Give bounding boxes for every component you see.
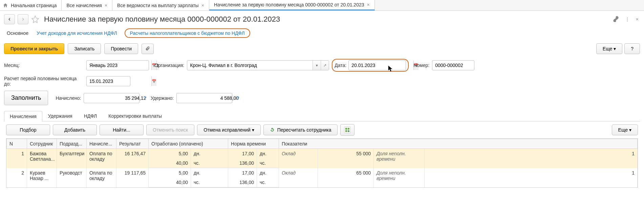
form-row-half: Расчет первой половины месяца до: 📅 (0, 74, 644, 89)
chevron-down-icon[interactable]: ▾ (313, 61, 321, 70)
org-label: Организация: (154, 63, 184, 68)
tab-deductions[interactable]: Удержания (42, 111, 78, 121)
tab-home[interactable]: Начальная страница (0, 0, 62, 10)
cell-calculation: Оплата по окладу (87, 149, 116, 168)
withheld-value (177, 93, 242, 103)
cell-worked-hours: 40,00 (149, 158, 191, 168)
svg-rect-2 (345, 130, 347, 132)
grid-columns-button[interactable]: + (340, 124, 355, 136)
cell-norm-hours: 136,00 (228, 158, 257, 168)
window-close-icon[interactable]: × (635, 15, 640, 23)
nav-forward-button[interactable] (18, 14, 28, 24)
tab-home-label: Начальная страница (11, 3, 57, 8)
page-title: Начисление за первую половину месяца 000… (44, 15, 280, 24)
favorite-star-icon[interactable] (31, 15, 39, 23)
tab-all-accruals[interactable]: Все начисления × (62, 0, 112, 10)
tab-accruals[interactable]: Начисления (4, 111, 42, 121)
fill-button[interactable]: Заполнить (4, 91, 48, 105)
date-field[interactable]: 📅 (348, 60, 406, 70)
cell-indicator2-value: 1 (425, 168, 638, 187)
chevron-down-icon: ▾ (252, 127, 254, 133)
cell-result: 16 176,47 (116, 149, 149, 168)
subnav-income-ndfl[interactable]: Учет доходов для исчисления НДФЛ (36, 29, 117, 37)
cell-norm-hours: 136,00 (228, 178, 257, 187)
close-icon[interactable]: × (367, 2, 370, 7)
org-input[interactable] (187, 61, 313, 70)
tab-corrections[interactable]: Корректировки выплаты (103, 111, 168, 121)
cell-norm-days: 17,00 (228, 149, 257, 159)
calendar-icon[interactable]: 📅 (151, 76, 156, 86)
col-calculation[interactable]: Начисле... (87, 139, 116, 149)
table-row[interactable]: 1Бажова Светлана...БухгалтериОплата по о… (7, 149, 638, 159)
month-input[interactable] (87, 61, 151, 70)
date-input[interactable] (349, 61, 413, 70)
col-indicators[interactable]: Показатели (279, 139, 638, 149)
col-employee[interactable]: Сотрудник (27, 139, 57, 149)
attachment-button[interactable] (142, 44, 154, 54)
cell-employee: Кураев Назар ... (27, 168, 57, 187)
half-month-input[interactable] (87, 76, 151, 86)
number-field[interactable] (432, 60, 474, 70)
org-field[interactable]: ▾ ↗ (187, 60, 329, 70)
accruals-grid: N Сотрудник Подразд... Начисле... Резуль… (6, 138, 638, 188)
grid-toolbar: Подбор Добавить Найти... Отменить поиск … (0, 121, 644, 138)
post-button[interactable]: Провести (104, 43, 138, 54)
find-button[interactable]: Найти... (100, 124, 144, 135)
link-icon[interactable] (611, 15, 620, 24)
accrued-help-icon[interactable]: ? (142, 95, 148, 101)
tab-ndfl[interactable]: НДФЛ (78, 111, 103, 121)
form-row-totals: Заполнить Начислено: ? Удержано: ? (0, 89, 644, 108)
grid-header: N Сотрудник Подразд... Начисле... Резуль… (7, 139, 638, 149)
table-row[interactable]: 2Кураев Назар ...РуководстОплата по окла… (7, 168, 638, 178)
cell-worked-hours: 40,00 (149, 178, 191, 187)
cell-indicator1-label: Оклад (279, 168, 318, 187)
cell-worked-hours-unit: чс. (191, 158, 228, 168)
sub-navigation: Основное Учет доходов для исчисления НДФ… (0, 26, 644, 42)
save-button[interactable]: Записать (68, 43, 101, 54)
subnav-taxpayer-budget[interactable]: Расчеты налогоплательщиков с бюджетом по… (125, 28, 250, 38)
nav-back-button[interactable] (4, 14, 15, 24)
svg-rect-1 (348, 128, 349, 130)
cell-worked-hours-unit: чс. (191, 178, 228, 187)
help-button[interactable]: ? (624, 43, 640, 54)
withheld-help-icon[interactable]: ? (235, 95, 241, 101)
half-month-label: Расчет первой половины месяца до: (4, 76, 84, 87)
grid-more-button[interactable]: Еще ▾ (612, 124, 638, 135)
pick-button[interactable]: Подбор (6, 124, 50, 135)
cell-indicator2-label: Доля неполн. времени (374, 149, 425, 168)
tab-current-document[interactable]: Начисление за первую половину месяца 000… (209, 0, 375, 10)
post-and-close-button[interactable]: Провести и закрыть (4, 43, 64, 54)
col-result[interactable]: Результат (116, 139, 149, 149)
col-worked[interactable]: Отработано (оплачено) (149, 139, 228, 149)
cell-norm-days: 17,00 (228, 168, 257, 178)
cell-worked-days: 5,00 (149, 168, 191, 178)
col-department[interactable]: Подразд... (57, 139, 87, 149)
cancel-search-button[interactable]: Отменить поиск (146, 124, 194, 135)
open-icon[interactable]: ↗ (321, 61, 329, 70)
cell-result: 19 117,65 (116, 168, 149, 187)
cell-department: Бухгалтери (57, 149, 87, 168)
kebab-menu-icon[interactable]: ⋮ (624, 15, 631, 23)
subnav-main[interactable]: Основное (6, 29, 29, 37)
col-norm[interactable]: Норма времени (228, 139, 279, 149)
paperclip-icon (145, 46, 150, 51)
cell-worked-days-unit: дн. (191, 149, 228, 159)
cell-calculation: Оплата по окладу (87, 168, 116, 187)
number-input[interactable] (432, 61, 497, 70)
form-row-main: Месяц: 📅 ▴▾ Организация: ▾ ↗ Дата: 📅 Ном… (0, 58, 644, 74)
cell-norm-days-unit: дн. (257, 149, 279, 159)
month-field[interactable]: 📅 ▴▾ (86, 60, 149, 70)
recalc-employee-button[interactable]: Пересчитать сотрудника (263, 124, 338, 135)
close-icon[interactable]: × (105, 3, 107, 8)
cancel-corrections-button[interactable]: Отмена исправлений ▾ (197, 124, 260, 135)
tab-all-payrolls[interactable]: Все ведомости на выплату зарплаты × (112, 0, 209, 10)
grid-settings-icon: + (344, 127, 351, 133)
close-icon[interactable]: × (201, 3, 204, 8)
half-month-field[interactable]: 📅 (86, 76, 130, 86)
svg-text:+: + (348, 130, 349, 132)
col-n[interactable]: N (7, 139, 27, 149)
more-button[interactable]: Еще ▾ (596, 43, 622, 54)
cell-employee: Бажова Светлана... (27, 149, 57, 168)
cell-department: Руководст (57, 168, 87, 187)
add-button[interactable]: Добавить (53, 124, 97, 135)
